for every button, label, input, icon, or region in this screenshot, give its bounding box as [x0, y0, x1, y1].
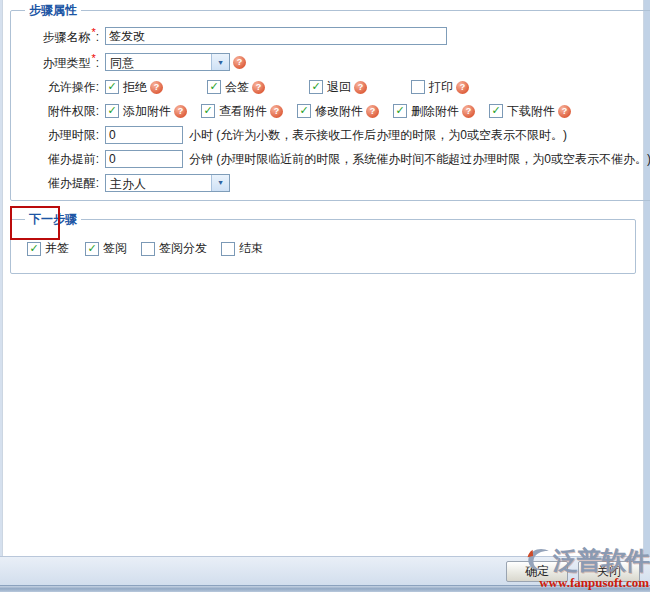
- process-type-value: 同意: [106, 54, 211, 70]
- checkbox-icon[interactable]: [141, 242, 155, 256]
- help-icon[interactable]: ?: [150, 81, 163, 94]
- remind-before-label: 催办提前:: [19, 151, 99, 168]
- remind-target-value: 主办人: [106, 175, 211, 191]
- close-button[interactable]: 关闭: [578, 561, 640, 582]
- checkbox-label: 添加附件: [123, 103, 171, 120]
- chevron-down-icon[interactable]: ▼: [211, 54, 229, 70]
- checkbox-label: 并签: [45, 240, 69, 257]
- attachment-permissions-row: 附件权限: 添加附件 ? 查看附件 ? 修改附件 ?: [19, 102, 650, 120]
- help-icon[interactable]: ?: [558, 105, 571, 118]
- time-limit-row: 办理时限: 小时 (允许为小数，表示接收工作后办理的时限，为0或空表示不限时。): [19, 126, 650, 144]
- checkbox-icon[interactable]: [27, 242, 41, 256]
- checkbox-label: 拒绝: [123, 79, 147, 96]
- allowed-operations-label: 允许操作:: [19, 79, 99, 96]
- checkbox-label: 删除附件: [411, 103, 459, 120]
- process-type-select[interactable]: 同意 ▼: [105, 53, 230, 71]
- help-icon[interactable]: ?: [354, 81, 367, 94]
- help-icon[interactable]: ?: [366, 105, 379, 118]
- checkbox-sign-read-distribute[interactable]: 签阅分发: [141, 240, 207, 257]
- remind-target-row: 催办提醒: 主办人 ▼: [19, 174, 650, 192]
- checkbox-label: 会签: [225, 79, 249, 96]
- remind-target-select[interactable]: 主办人 ▼: [105, 174, 230, 192]
- checkbox-icon[interactable]: [309, 80, 323, 94]
- help-icon[interactable]: ?: [270, 105, 283, 118]
- checkbox-icon[interactable]: [85, 242, 99, 256]
- help-icon[interactable]: ?: [174, 105, 187, 118]
- checkbox-countersign[interactable]: 会签 ?: [207, 79, 265, 96]
- help-icon[interactable]: ?: [456, 81, 469, 94]
- dialog-content: 步骤属性 步骤名称*: 办理类型*: 同意 ▼ ? 允许操作: 拒绝: [2, 0, 644, 556]
- remind-target-label: 催办提醒:: [19, 175, 99, 192]
- confirm-button[interactable]: 确定: [506, 561, 568, 582]
- allowed-operations-row: 允许操作: 拒绝 ? 会签 ? 退回 ?: [19, 78, 650, 96]
- checkbox-label: 下载附件: [507, 103, 555, 120]
- window-bottom-edge: [0, 585, 650, 592]
- remind-before-hint: 分钟 (办理时限临近前的时限，系统催办时间不能超过办理时限，为0或空表示不催办。…: [189, 151, 650, 168]
- checkbox-label: 打印: [429, 79, 453, 96]
- remind-before-row: 催办提前: 分钟 (办理时限临近前的时限，系统催办时间不能超过办理时限，为0或空…: [19, 150, 650, 168]
- process-type-label: 办理类型*:: [19, 52, 99, 72]
- checkbox-label: 签阅分发: [159, 240, 207, 257]
- checkbox-label: 修改附件: [315, 103, 363, 120]
- step-properties-legend: 步骤属性: [25, 2, 81, 19]
- checkbox-icon[interactable]: [411, 80, 425, 94]
- checkbox-modify-attachment[interactable]: 修改附件 ?: [297, 103, 379, 120]
- checkbox-icon[interactable]: [105, 80, 119, 94]
- checkbox-icon[interactable]: [221, 242, 235, 256]
- time-limit-hint: 小时 (允许为小数，表示接收工作后办理的时限，为0或空表示不限时。): [189, 127, 567, 144]
- checkbox-icon[interactable]: [489, 104, 503, 118]
- checkbox-return[interactable]: 退回 ?: [309, 79, 367, 96]
- checkbox-sign-read[interactable]: 签阅: [85, 240, 127, 257]
- help-icon[interactable]: ?: [462, 105, 475, 118]
- time-limit-label: 办理时限:: [19, 127, 99, 144]
- checkbox-icon[interactable]: [207, 80, 221, 94]
- checkbox-label: 退回: [327, 79, 351, 96]
- checkbox-label: 结束: [239, 240, 263, 257]
- help-icon[interactable]: ?: [233, 56, 246, 69]
- next-steps-legend: 下一步骤: [25, 211, 81, 228]
- checkbox-icon[interactable]: [297, 104, 311, 118]
- help-icon[interactable]: ?: [252, 81, 265, 94]
- checkbox-icon[interactable]: [201, 104, 215, 118]
- footer-bar: 确定 关闭: [0, 556, 650, 585]
- step-properties-fieldset: 步骤属性 步骤名称*: 办理类型*: 同意 ▼ ? 允许操作: 拒绝: [10, 2, 650, 201]
- next-steps-fieldset: 下一步骤 并签 签阅 签阅分发 结束: [10, 211, 636, 274]
- next-steps-row: 并签 签阅 签阅分发 结束: [27, 240, 627, 257]
- process-type-row: 办理类型*: 同意 ▼ ?: [19, 52, 650, 72]
- checkbox-view-attachment[interactable]: 查看附件 ?: [201, 103, 283, 120]
- remind-before-input[interactable]: [105, 150, 183, 168]
- checkbox-icon[interactable]: [393, 104, 407, 118]
- step-name-label: 步骤名称*:: [19, 26, 99, 46]
- attachment-permissions-label: 附件权限:: [19, 103, 99, 120]
- chevron-down-icon[interactable]: ▼: [211, 175, 229, 191]
- checkbox-download-attachment[interactable]: 下载附件 ?: [489, 103, 571, 120]
- checkbox-end[interactable]: 结束: [221, 240, 263, 257]
- checkbox-icon[interactable]: [105, 104, 119, 118]
- checkbox-delete-attachment[interactable]: 删除附件 ?: [393, 103, 475, 120]
- checkbox-label: 签阅: [103, 240, 127, 257]
- step-name-row: 步骤名称*:: [19, 26, 650, 46]
- checkbox-parallel-sign[interactable]: 并签: [27, 240, 69, 257]
- time-limit-input[interactable]: [105, 126, 183, 144]
- step-name-input[interactable]: [105, 27, 447, 45]
- checkbox-add-attachment[interactable]: 添加附件 ?: [105, 103, 187, 120]
- checkbox-print[interactable]: 打印 ?: [411, 79, 469, 96]
- checkbox-label: 查看附件: [219, 103, 267, 120]
- checkbox-reject[interactable]: 拒绝 ?: [105, 79, 163, 96]
